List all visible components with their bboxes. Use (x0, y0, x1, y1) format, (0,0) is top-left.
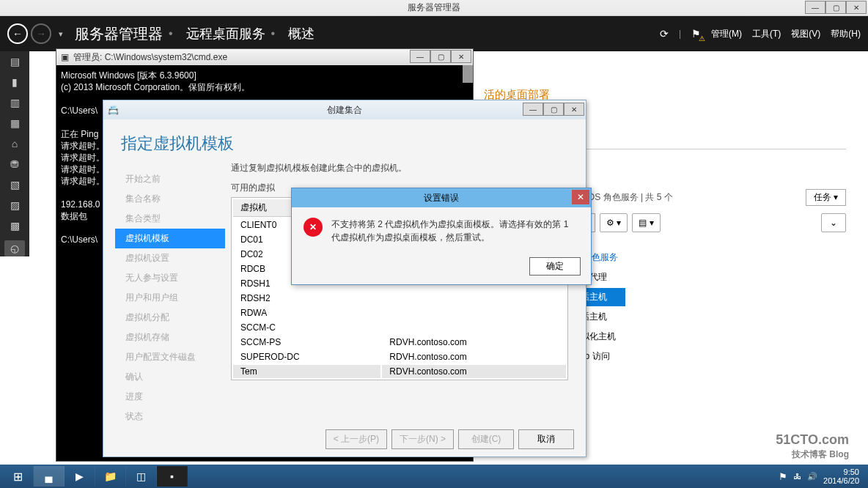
taskbar-server-manager[interactable]: ▄ (34, 466, 65, 487)
vm-row[interactable]: SCCM-C (233, 321, 566, 334)
error-ok-button[interactable]: 确定 (529, 257, 581, 276)
wizard-create-button[interactable]: 创建(C) (458, 429, 514, 449)
cmd-icon: ▣ (61, 52, 69, 62)
wizard-step[interactable]: 确认 (115, 367, 225, 387)
error-dialog: 设置错误 ✕ ✕ 不支持将第 2 代虚拟机作为虚拟桌面模板。请选择有效的第 1 … (291, 188, 592, 285)
vm-row[interactable]: SCCM-PSRDVH.contoso.com (233, 336, 566, 349)
breadcrumb-sep: • (271, 27, 276, 40)
wizard-prev-button[interactable]: < 上一步(P) (326, 429, 387, 449)
error-message: 不支持将第 2 代虚拟机作为虚拟桌面模板。请选择有效的第 1 代虚拟机作为虚拟桌… (331, 218, 579, 244)
cmd-line: (c) 2013 Microsoft Corporation。保留所有权利。 (61, 81, 468, 93)
wizard-step[interactable]: 集合名称 (115, 189, 225, 209)
rail-file-services-icon[interactable]: ▦ (10, 117, 20, 129)
rail-hyperv-icon[interactable]: ▧ (10, 179, 20, 191)
error-title: 设置错误 (424, 192, 459, 204)
rail-all-servers-icon[interactable]: ▥ (10, 97, 20, 108)
taskbar-powershell[interactable]: ▶ (65, 466, 95, 487)
taskbar-explorer[interactable]: 📁 (95, 466, 126, 487)
wizard-step[interactable]: 用户配置文件磁盘 (115, 347, 225, 367)
error-icon: ✕ (304, 218, 323, 237)
cmd-line: Microsoft Windows [版本 6.3.9600] (61, 70, 468, 81)
breadcrumb-app: 服务器管理器 (75, 24, 163, 44)
wizard-step[interactable]: 集合类型 (115, 209, 225, 229)
rail-local-server-icon[interactable]: ▮ (12, 76, 18, 88)
tray-date: 2014/6/20 (823, 476, 859, 485)
wizard-step[interactable]: 虚拟机分配 (115, 308, 225, 328)
error-close-button[interactable]: ✕ (572, 190, 589, 204)
wizard-step[interactable]: 无人参与设置 (115, 268, 225, 288)
nav-dropdown-icon[interactable]: ▾ (59, 29, 63, 39)
vm-row[interactable]: SUPEROD-DCRDVH.contoso.com (233, 350, 566, 363)
rail-dashboard-icon[interactable]: ▤ (10, 56, 20, 67)
vm-row[interactable]: TemRDVH.contoso.com (233, 365, 566, 378)
tray-time: 9:50 (823, 467, 859, 476)
nav-forward-button[interactable]: → (31, 23, 51, 44)
wizard-step-nav: 开始之前集合名称集合类型虚拟机模板虚拟机设置无人参与设置用户和用户组虚拟机分配虚… (115, 162, 225, 426)
wizard-title: 创建集合 (327, 104, 362, 117)
rail-rds-icon[interactable]: ▩ (10, 220, 20, 232)
wizard-description: 通过复制虚拟机模板创建此集合中的虚拟机。 (231, 162, 568, 174)
nav-back-button[interactable]: ← (7, 23, 28, 44)
wizard-close-button[interactable]: ✕ (564, 103, 584, 116)
system-tray[interactable]: ⚑ 🖧 🔊 9:50 2014/6/20 (779, 467, 865, 485)
taskbar-cmd[interactable]: ▪ (157, 466, 188, 487)
rail-iis-icon[interactable]: ⌂ (12, 138, 18, 149)
wizard-maximize-button[interactable]: ▢ (543, 103, 564, 116)
cmd-title: 管理员: C:\Windows\system32\cmd.exe (73, 51, 227, 64)
window-minimize-button[interactable]: — (805, 1, 825, 14)
server-manager-header: ← → ▾ 服务器管理器 • 远程桌面服务 • 概述 ⟳ | ⚑ 管理(M) 工… (0, 16, 868, 51)
menu-help[interactable]: 帮助(H) (831, 28, 861, 40)
wizard-icon: 📇 (108, 105, 119, 115)
vm-row[interactable]: RDWA (233, 306, 566, 319)
app-window-title: 服务器管理器 (408, 1, 460, 14)
refresh-icon[interactable]: ⟳ (660, 28, 669, 40)
taskbar: ⊞ ▄ ▶ 📁 ◫ ▪ ⚑ 🖧 🔊 9:50 2014/6/20 (0, 465, 868, 488)
error-titlebar[interactable]: 设置错误 ✕ (292, 188, 591, 207)
tasks-dropdown[interactable]: 任务 ▾ (806, 189, 846, 206)
cmd-minimize-button[interactable]: — (410, 50, 430, 63)
watermark: 51CTO.com 技术博客 Blog (776, 432, 849, 462)
wizard-cancel-button[interactable]: 取消 (518, 429, 574, 449)
menu-tools[interactable]: 工具(T) (752, 28, 781, 40)
wizard-titlebar[interactable]: 📇 创建集合 — ▢ ✕ (103, 100, 586, 119)
wizard-step[interactable]: 状态 (115, 407, 225, 426)
filter-dropdown-1[interactable]: ⚙ ▾ (600, 213, 628, 232)
rail-nic-icon[interactable]: ▨ (10, 199, 20, 211)
cmd-close-button[interactable]: ✕ (451, 50, 471, 63)
rail-storage-icon[interactable]: ⛃ (10, 158, 19, 170)
app-window-titlebar: 服务器管理器 — ▢ ✕ (0, 0, 868, 16)
taskbar-app[interactable]: ◫ (126, 466, 157, 487)
filter-dropdown-2[interactable]: ▤ ▾ (632, 213, 660, 232)
vm-row[interactable]: RDSH2 (233, 292, 566, 305)
menu-manage[interactable]: 管理(M) (711, 28, 742, 40)
notifications-flag-icon[interactable]: ⚑ (691, 28, 701, 40)
breadcrumb-section[interactable]: 远程桌面服务 (186, 25, 265, 42)
wizard-step[interactable]: 虚拟机设置 (115, 248, 225, 268)
menu-view[interactable]: 视图(V) (791, 28, 820, 40)
rail-rds-overview-icon[interactable]: ◵ (4, 240, 25, 256)
wizard-step[interactable]: 虚拟机存储 (115, 328, 225, 347)
breadcrumb-page[interactable]: 概述 (288, 25, 315, 42)
tray-sound-icon[interactable]: 🔊 (807, 472, 817, 481)
wizard-step[interactable]: 开始之前 (115, 169, 225, 189)
expand-toggle[interactable]: ⌄ (821, 213, 846, 232)
wizard-step[interactable]: 用户和用户组 (115, 288, 225, 308)
cmd-maximize-button[interactable]: ▢ (430, 50, 451, 63)
wizard-next-button[interactable]: 下一步(N) > (391, 429, 454, 449)
wizard-heading: 指定虚拟机模板 (103, 119, 586, 162)
breadcrumb-sep: • (169, 27, 173, 40)
cmd-titlebar[interactable]: ▣ 管理员: C:\Windows\system32\cmd.exe — ▢ ✕ (56, 49, 473, 65)
left-rail: ▤ ▮ ▥ ▦ ⌂ ⛃ ▧ ▨ ▩ ◵ (0, 51, 29, 256)
tray-network-icon[interactable]: 🖧 (793, 472, 801, 481)
wizard-step[interactable]: 进度 (115, 387, 225, 407)
start-button[interactable]: ⊞ (3, 466, 34, 487)
window-close-button[interactable]: ✕ (846, 1, 867, 14)
cmd-scrollbar-thumb[interactable] (463, 65, 473, 83)
wizard-minimize-button[interactable]: — (523, 103, 543, 116)
window-maximize-button[interactable]: ▢ (825, 1, 846, 14)
wizard-step[interactable]: 虚拟机模板 (115, 229, 225, 248)
tray-flag-icon[interactable]: ⚑ (779, 471, 787, 482)
